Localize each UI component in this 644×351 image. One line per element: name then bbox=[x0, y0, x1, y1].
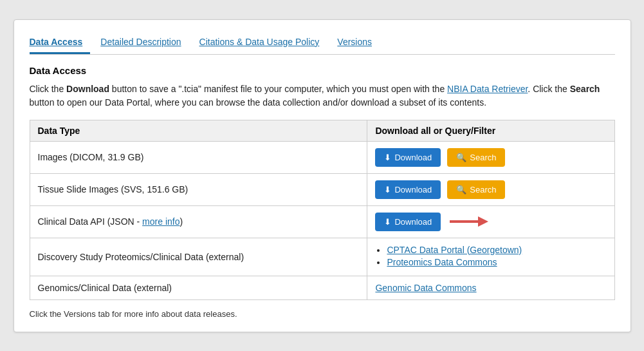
description-text: Click the Download button to save a ".tc… bbox=[30, 82, 615, 109]
more-info-link[interactable]: more info bbox=[142, 216, 179, 227]
proteomics-data-commons-link[interactable]: Proteomics Data Commons bbox=[387, 257, 497, 267]
col-data-type-header: Data Type bbox=[30, 120, 367, 141]
table-row: Tissue Slide Images (SVS, 151.6 GB) ⬇ Do… bbox=[30, 173, 614, 205]
download-icon: ⬇ bbox=[384, 153, 391, 162]
data-type-cell: Genomics/Clinical Data (external) bbox=[30, 276, 367, 299]
list-item: Proteomics Data Commons bbox=[387, 257, 606, 267]
table-row: Clinical Data API (JSON - more info) ⬇ D… bbox=[30, 205, 614, 238]
table-row: Genomics/Clinical Data (external) Genomi… bbox=[30, 276, 614, 299]
download-button[interactable]: ⬇ Download bbox=[375, 180, 441, 199]
action-cell: CPTAC Data Portal (Georgetown) Proteomic… bbox=[367, 238, 614, 276]
arrow-indicator bbox=[450, 214, 488, 229]
action-cell: ⬇ Download bbox=[367, 205, 614, 238]
search-label: Search bbox=[470, 153, 496, 162]
download-label: Download bbox=[394, 185, 432, 194]
data-type-cell: Images (DICOM, 31.9 GB) bbox=[30, 141, 367, 173]
tab-versions[interactable]: Versions bbox=[337, 33, 380, 54]
table-row: Images (DICOM, 31.9 GB) ⬇ Download 🔍 Sea… bbox=[30, 141, 614, 173]
red-arrow-icon bbox=[450, 214, 488, 229]
col-action-header: Download all or Query/Filter bbox=[367, 120, 614, 141]
btn-area: ⬇ Download bbox=[375, 213, 606, 231]
main-card: Data Access Detailed Description Citatio… bbox=[14, 19, 631, 332]
footer-note: Click the Versions tab for more info abo… bbox=[30, 309, 615, 319]
search-button[interactable]: 🔍 Search bbox=[447, 180, 505, 199]
table-row: Discovery Study Proteomics/Clinical Data… bbox=[30, 238, 614, 276]
svg-marker-1 bbox=[478, 216, 488, 227]
search-label: Search bbox=[470, 185, 496, 194]
data-type-cell: Clinical Data API (JSON - more info) bbox=[30, 205, 367, 238]
tab-detailed-description[interactable]: Detailed Description bbox=[100, 33, 189, 54]
external-links-list: CPTAC Data Portal (Georgetown) Proteomic… bbox=[375, 245, 606, 267]
btn-area: ⬇ Download 🔍 Search bbox=[375, 180, 606, 199]
action-cell: ⬇ Download 🔍 Search bbox=[367, 141, 614, 173]
search-icon: 🔍 bbox=[456, 153, 466, 162]
action-cell: Genomic Data Commons bbox=[367, 276, 614, 299]
desc-bold-download: Download bbox=[66, 84, 109, 94]
download-button[interactable]: ⬇ Download bbox=[375, 213, 441, 231]
data-type-cell: Tissue Slide Images (SVS, 151.6 GB) bbox=[30, 173, 367, 205]
cptac-portal-link[interactable]: CPTAC Data Portal (Georgetown) bbox=[387, 245, 522, 255]
download-button[interactable]: ⬇ Download bbox=[375, 148, 441, 167]
download-icon: ⬇ bbox=[384, 185, 391, 194]
nbia-retriever-link[interactable]: NBIA Data Retriever bbox=[447, 84, 528, 94]
tab-citations[interactable]: Citations & Data Usage Policy bbox=[199, 33, 327, 54]
section-title: Data Access bbox=[30, 65, 615, 76]
download-icon: ⬇ bbox=[384, 217, 391, 227]
download-label: Download bbox=[394, 153, 432, 162]
data-type-cell: Discovery Study Proteomics/Clinical Data… bbox=[30, 238, 367, 276]
desc-bold-search: Search bbox=[570, 84, 600, 94]
action-cell: ⬇ Download 🔍 Search bbox=[367, 173, 614, 205]
genomic-data-commons-link[interactable]: Genomic Data Commons bbox=[375, 283, 476, 293]
download-label: Download bbox=[394, 217, 432, 227]
tab-data-access[interactable]: Data Access bbox=[30, 33, 91, 54]
list-item: CPTAC Data Portal (Georgetown) bbox=[387, 245, 606, 255]
btn-area: ⬇ Download 🔍 Search bbox=[375, 148, 606, 167]
tab-bar: Data Access Detailed Description Citatio… bbox=[30, 33, 615, 55]
search-button[interactable]: 🔍 Search bbox=[447, 148, 505, 167]
search-icon: 🔍 bbox=[456, 185, 466, 194]
data-table: Data Type Download all or Query/Filter I… bbox=[30, 120, 615, 300]
